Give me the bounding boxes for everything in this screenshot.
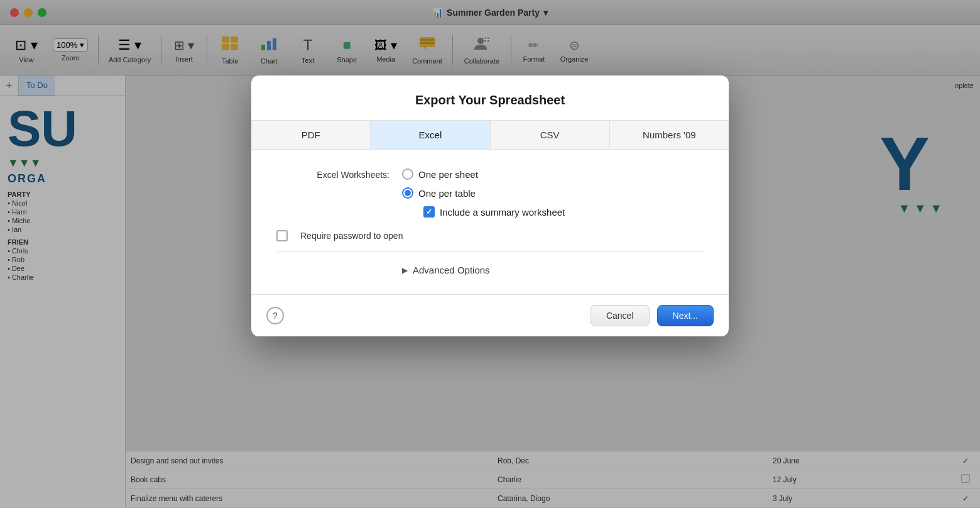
checkbox-include-summary[interactable]: Include a summary worksheet (402, 206, 565, 218)
tab-csv[interactable]: CSV (491, 121, 610, 149)
modal-title: Export Your Spreadsheet (251, 75, 729, 120)
export-modal: Export Your Spreadsheet PDF Excel CSV Nu… (251, 75, 729, 336)
tab-excel[interactable]: Excel (371, 121, 490, 149)
radio-input-one-per-table[interactable] (402, 187, 413, 199)
help-button[interactable]: ? (266, 307, 284, 324)
modal-overlay: Export Your Spreadsheet PDF Excel CSV Nu… (0, 0, 980, 508)
radio-one-per-table[interactable]: One per table (402, 187, 565, 199)
worksheets-label: Excel Worksheets: (276, 168, 389, 180)
advanced-options-row[interactable]: ▶ Advanced Options (402, 265, 704, 275)
modal-body: Excel Worksheets: One per sheet One per … (251, 150, 729, 294)
cancel-button[interactable]: Cancel (591, 305, 650, 326)
next-button[interactable]: Next... (657, 305, 714, 326)
worksheets-row: Excel Worksheets: One per sheet One per … (276, 168, 704, 218)
radio-input-one-per-sheet[interactable] (402, 168, 413, 180)
tab-pdf[interactable]: PDF (251, 121, 371, 149)
checkbox-summary-label: Include a summary worksheet (440, 207, 565, 218)
tab-numbers09[interactable]: Numbers '09 (610, 121, 729, 149)
password-label: Require password to open (300, 231, 403, 241)
radio-one-per-sheet-label: One per sheet (418, 169, 478, 180)
modal-tabs: PDF Excel CSV Numbers '09 (251, 120, 729, 150)
advanced-triangle-icon: ▶ (402, 266, 408, 275)
radio-one-per-sheet[interactable]: One per sheet (402, 168, 565, 180)
radio-one-per-table-label: One per table (418, 188, 476, 199)
modal-divider (276, 251, 704, 252)
advanced-options-label: Advanced Options (413, 265, 490, 275)
modal-footer: ? Cancel Next... (251, 294, 729, 336)
checkbox-password[interactable] (276, 230, 288, 241)
footer-buttons: Cancel Next... (591, 305, 714, 326)
worksheets-controls: One per sheet One per table Include a su… (402, 168, 565, 218)
password-row: Require password to open (276, 230, 704, 241)
checkbox-input-summary[interactable] (423, 206, 435, 218)
